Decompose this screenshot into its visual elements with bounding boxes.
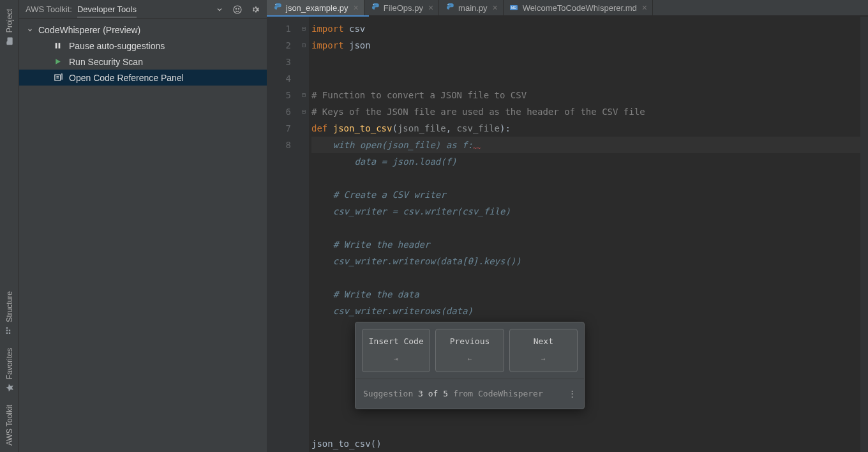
- tree-item-pause[interactable]: Pause auto-suggestions: [19, 38, 267, 54]
- tab-welcome-md[interactable]: MD WelcomeToCodeWhisperer.md ×: [504, 0, 653, 15]
- code-content[interactable]: import csv import json # Function to con…: [309, 17, 860, 452]
- svg-point-14: [447, 4, 448, 5]
- pause-icon: [54, 41, 65, 50]
- svg-point-12: [275, 4, 276, 5]
- previous-label: Previous: [450, 333, 490, 350]
- next-label: Next: [534, 333, 553, 350]
- rail-favorites-label: Favorites: [5, 348, 14, 379]
- tab-label: main.py: [458, 3, 488, 13]
- rail-tab-aws-toolkit[interactable]: AWS Toolkit: [5, 398, 14, 452]
- fold-marker-icon[interactable]: ⊟: [299, 103, 309, 120]
- close-icon[interactable]: ×: [642, 3, 647, 13]
- editor-tabs: json_example.py × FileOps.py × main.py ×: [267, 0, 868, 15]
- fold-gutter: ⊟ ⊟ ⊟ ⊟: [299, 17, 309, 452]
- rail-tab-favorites[interactable]: Favorites: [5, 342, 14, 398]
- star-icon: [5, 383, 14, 392]
- svg-rect-9: [59, 43, 61, 49]
- left-tool-rail: Project Structure Favorites AWS Toolkit: [0, 0, 19, 452]
- insert-code-label: Insert Code: [369, 333, 424, 350]
- fold-marker-icon[interactable]: ⊟: [299, 87, 309, 103]
- markdown-file-icon: MD: [509, 3, 519, 13]
- main-area: AWS Toolkit: Developer Tools: [19, 0, 868, 452]
- python-file-icon: [272, 3, 282, 13]
- tree-item-security-scan[interactable]: Run Security Scan: [19, 54, 267, 70]
- next-button[interactable]: Next →: [509, 329, 578, 372]
- svg-text:MD: MD: [511, 6, 516, 10]
- svg-rect-0: [6, 333, 7, 334]
- rail-tab-structure[interactable]: Structure: [5, 285, 14, 342]
- svg-marker-10: [56, 59, 61, 64]
- suggestion-status: Suggestion 3 of 5 from CodeWhisperer ⋮: [355, 379, 584, 409]
- tab-main[interactable]: main.py ×: [439, 0, 504, 15]
- tree-item-label: Open Code Reference Panel: [69, 73, 184, 83]
- svg-rect-3: [8, 333, 10, 334]
- tree-item-label: Run Security Scan: [69, 57, 143, 67]
- tab-label: WelcomeToCodeWhisperer.md: [523, 3, 637, 13]
- panel-title-prefix: AWS Toolkit:: [26, 4, 72, 14]
- arrow-left-icon: ←: [468, 351, 472, 368]
- close-icon[interactable]: ×: [493, 3, 498, 13]
- fold-marker-icon[interactable]: ⊟: [299, 20, 309, 37]
- typo-underline: ~~: [473, 145, 481, 152]
- tab-label: json_example.py: [286, 3, 348, 13]
- tab-fileops[interactable]: FileOps.py ×: [364, 0, 439, 15]
- rail-tab-project[interactable]: Project: [5, 3, 14, 52]
- panel-title-tab[interactable]: Developer Tools: [77, 4, 137, 18]
- line-number-gutter: 1 2 3 4 5 6 7 8: [267, 17, 299, 452]
- tree-item-label: Pause auto-suggestions: [69, 41, 165, 51]
- insert-code-button[interactable]: Insert Code ⇥: [362, 329, 430, 372]
- rail-project-label: Project: [5, 9, 14, 33]
- gear-icon[interactable]: [250, 4, 260, 15]
- close-icon[interactable]: ×: [354, 3, 359, 13]
- rail-aws-toolkit-label: AWS Toolkit: [5, 405, 14, 446]
- tab-label: FileOps.py: [384, 3, 423, 13]
- svg-rect-4: [8, 329, 10, 331]
- chevron-down-icon[interactable]: [214, 4, 225, 15]
- svg-point-13: [373, 4, 373, 5]
- svg-rect-2: [6, 327, 7, 328]
- svg-rect-1: [6, 329, 7, 331]
- aws-toolkit-header: AWS Toolkit: Developer Tools: [19, 0, 267, 19]
- tree-root-codewhisperer[interactable]: CodeWhisperer (Preview): [19, 22, 267, 38]
- expand-collapse-icon[interactable]: [27, 27, 36, 33]
- editor-area: json_example.py × FileOps.py × main.py ×: [267, 0, 868, 452]
- reference-panel-icon: [54, 73, 65, 82]
- suggestion-overlay: Insert Code ⇥ Previous ← Next →: [355, 322, 585, 409]
- svg-point-6: [236, 8, 236, 9]
- tab-key-icon: ⇥: [394, 351, 398, 368]
- play-icon: [54, 57, 65, 66]
- structure-icon: [5, 326, 14, 335]
- tab-json-example[interactable]: json_example.py ×: [267, 0, 364, 15]
- folder-icon: [5, 36, 14, 45]
- fold-marker-icon[interactable]: ⊟: [299, 37, 309, 54]
- svg-point-5: [234, 6, 241, 13]
- previous-button[interactable]: Previous ←: [435, 329, 504, 372]
- close-icon[interactable]: ×: [428, 3, 433, 13]
- svg-point-7: [238, 8, 239, 9]
- editor-scrollbar[interactable]: [860, 17, 868, 452]
- rail-structure-label: Structure: [5, 291, 14, 322]
- feedback-icon[interactable]: [232, 4, 243, 15]
- aws-toolkit-panel: AWS Toolkit: Developer Tools: [19, 0, 267, 452]
- more-options-icon[interactable]: ⋮: [568, 386, 576, 402]
- code-editor[interactable]: 1 2 3 4 5 6 7 8 ⊟ ⊟ ⊟ ⊟: [267, 17, 868, 452]
- python-file-icon: [444, 3, 454, 13]
- arrow-right-icon: →: [541, 351, 546, 368]
- tree-item-code-reference[interactable]: Open Code Reference Panel: [19, 70, 267, 86]
- tree-root-label: CodeWhisperer (Preview): [38, 25, 140, 35]
- svg-rect-8: [56, 43, 57, 49]
- tool-tree: CodeWhisperer (Preview) Pause auto-sugge…: [19, 19, 267, 88]
- python-file-icon: [370, 3, 380, 13]
